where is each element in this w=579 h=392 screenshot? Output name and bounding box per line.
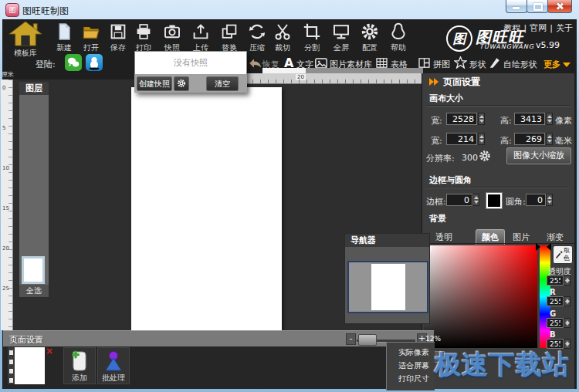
tab-image[interactable]: 图片 — [513, 231, 530, 243]
toolbar-item-settings[interactable]: 配置 — [356, 22, 384, 53]
height-px-stepper[interactable] — [546, 113, 553, 125]
bottom-status-bar: 页面设置 - + 12% — [3, 330, 434, 346]
border-corner-title: 边框与圆角 — [429, 174, 472, 186]
template-library-label: 模板库 — [5, 48, 46, 59]
height-mm-label: 高: — [500, 135, 512, 147]
undo-button[interactable] — [249, 58, 262, 71]
app-window: 图 图旺旺制图 模板库 新建 打开 保存 打印 快照 上传 — [0, 0, 579, 392]
collage-button[interactable]: 拼图 — [433, 59, 450, 70]
delete-page-icon[interactable]: × — [46, 346, 53, 356]
resize-image-button[interactable]: 图像大小缩放 — [506, 147, 571, 164]
hue-marker-right-icon[interactable] — [547, 243, 551, 251]
tabs-divider — [422, 243, 574, 244]
alpha-input[interactable] — [547, 275, 564, 286]
draw-pen-icon — [489, 57, 500, 71]
select-all-button[interactable]: 全选 — [19, 285, 49, 297]
undo-arrow-icon — [249, 58, 262, 69]
create-snapshot-button[interactable]: 创建快照 — [137, 76, 172, 91]
collapse-arrows-icon[interactable] — [429, 78, 438, 88]
navigator-preview[interactable] — [347, 261, 428, 313]
height-mm-input[interactable] — [514, 133, 545, 145]
new-file-icon — [50, 22, 78, 42]
shape-button[interactable]: 形状 — [469, 59, 486, 70]
eyedropper-icon — [555, 250, 564, 259]
dpi-gear-icon[interactable] — [479, 150, 491, 164]
height-px-input[interactable] — [514, 113, 545, 125]
compress-icon — [243, 22, 271, 42]
document-page[interactable] — [131, 87, 282, 330]
width-px-stepper[interactable] — [478, 113, 485, 125]
border-width-stepper[interactable] — [472, 194, 479, 206]
close-button[interactable] — [547, 0, 572, 13]
height-mm-stepper[interactable] — [546, 133, 553, 145]
eyedropper-label: 取色 — [564, 247, 571, 262]
toolbar-item-fullscreen[interactable]: 全屏 — [327, 22, 355, 53]
toolbar-item-print[interactable]: 打印 — [130, 22, 157, 53]
wechat-login-button[interactable] — [65, 54, 82, 71]
horizontal-scrollbar[interactable] — [262, 68, 423, 73]
green-stepper[interactable] — [564, 318, 571, 328]
brand-logo-icon: 图 — [446, 25, 472, 52]
toolbar-item-help[interactable]: 帮助 — [384, 22, 412, 53]
qq-login-button[interactable] — [86, 54, 103, 71]
layer-thumbnail[interactable] — [22, 256, 45, 284]
width-mm-stepper[interactable] — [478, 133, 485, 145]
home-icon — [9, 22, 42, 46]
minimize-button[interactable] — [506, 0, 527, 13]
red-input[interactable] — [547, 296, 564, 306]
clear-snapshots-button[interactable]: 清空 — [206, 76, 239, 91]
maximize-button[interactable] — [527, 0, 548, 13]
green-input[interactable] — [547, 318, 564, 328]
add-page-button[interactable]: 添加 — [63, 347, 96, 384]
page-thumbnail[interactable] — [8, 347, 45, 384]
red-stepper[interactable] — [564, 296, 571, 306]
layers-panel-tab[interactable]: 图层 — [19, 82, 49, 95]
tab-transparent[interactable]: 透明 — [435, 231, 452, 243]
border-width-input[interactable] — [446, 194, 472, 206]
menu-item-print-size[interactable]: 打印尺寸 — [387, 372, 435, 385]
width-mm-input[interactable] — [446, 133, 477, 145]
border-color-swatch[interactable] — [486, 193, 502, 208]
tab-color[interactable]: 颜色 — [476, 229, 505, 245]
template-library-button[interactable]: 模板库 — [5, 22, 46, 59]
eyedropper-button[interactable]: 取色 — [553, 245, 573, 264]
draw-shape-button[interactable]: 自绘形状 — [503, 59, 537, 70]
menu-item-actual-pixels[interactable]: 实际像素 — [387, 346, 435, 359]
height-px-label: 高: — [500, 115, 512, 127]
chevron-down-icon — [563, 63, 571, 67]
width-px-label: 宽: — [431, 115, 442, 127]
link-about[interactable]: 关于 — [556, 23, 573, 33]
pages-panel: × 添加 批处理 — [3, 346, 434, 389]
mm-unit-label: 毫米 — [555, 135, 572, 147]
toolbar-item-new[interactable]: 新建 — [50, 22, 78, 53]
snapshot-settings-button[interactable] — [174, 76, 189, 91]
toolbar-item-split[interactable]: 分割 — [298, 22, 326, 53]
menu-item-fit-screen[interactable]: 适合屏幕 — [387, 359, 435, 372]
corner-radius-stepper[interactable] — [546, 194, 553, 206]
corner-radius-input[interactable] — [526, 194, 546, 206]
maximize-icon — [533, 3, 543, 11]
vertical-ruler: 0 5 10 15 20 25 — [1, 79, 13, 330]
link-website[interactable]: 官网 — [530, 23, 547, 33]
toolbar-item-snapshot[interactable]: 快照 — [158, 22, 186, 53]
zoom-slider-handle[interactable] — [358, 334, 377, 346]
batch-process-button[interactable]: 批处理 — [97, 347, 130, 384]
toolbar-item-replace[interactable]: 替换 — [215, 22, 243, 53]
width-px-input[interactable] — [446, 113, 477, 125]
tab-gradient[interactable]: 渐变 — [547, 231, 564, 243]
scrollbar-thumb[interactable] — [262, 68, 306, 73]
saturation-value-picker[interactable] — [424, 245, 537, 348]
more-button[interactable]: 更多 — [543, 59, 571, 70]
toolbar-item-save[interactable]: 保存 — [104, 22, 132, 53]
brand-latin: TUWANGWANG — [479, 43, 534, 50]
alpha-stepper[interactable] — [564, 275, 571, 286]
toolbar-item-open[interactable]: 打开 — [77, 22, 105, 53]
hue-marker-left-icon[interactable] — [536, 243, 540, 251]
fullscreen-monitor-icon — [327, 22, 355, 42]
minimize-icon — [513, 7, 520, 9]
toolbar-item-crop[interactable]: 裁切 — [269, 22, 296, 53]
toolbar-item-upload[interactable]: 上传 — [187, 22, 215, 53]
toolbar-item-compress[interactable]: 压缩 — [243, 22, 271, 53]
zoom-out-button[interactable]: - — [346, 333, 356, 345]
blue-label: B — [550, 330, 556, 339]
